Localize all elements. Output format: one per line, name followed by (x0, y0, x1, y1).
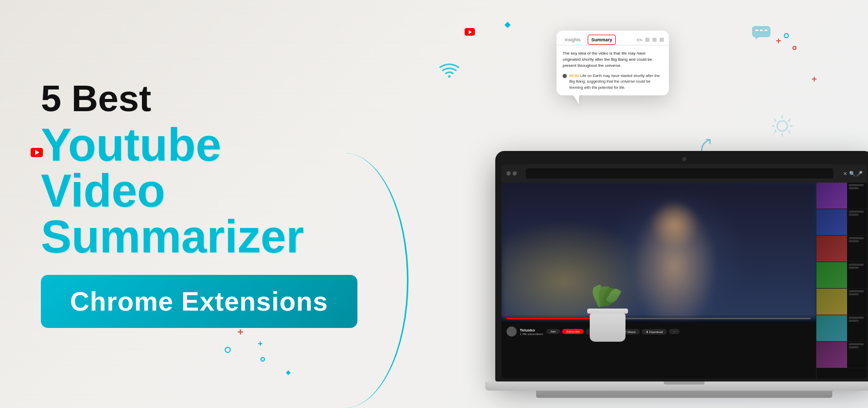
sidebar-video-5[interactable] (816, 289, 867, 315)
sidebar-meta-line-1 (849, 187, 859, 189)
right-panel: Insights Summary EN The key idea of the … (378, 0, 868, 408)
bubble-tab-icons: EN (637, 38, 664, 42)
laptop: ✕ 🔍 🎤 (485, 151, 868, 398)
plant-leaves (590, 270, 625, 309)
sidebar-video-3[interactable] (816, 236, 867, 262)
yt-more-btn[interactable]: ··· (669, 329, 680, 334)
bubble-tabs: Insights Summary EN (557, 31, 669, 45)
sidebar-thumb-info-6 (847, 315, 867, 341)
laptop-screen: ✕ 🔍 🎤 (501, 164, 867, 378)
yt-channel-row: Telusko 1.4M subscribers Join Subscribe … (507, 326, 811, 337)
chrome-badge-text: Chrome Extensions (70, 286, 328, 317)
plant-pot (590, 314, 625, 342)
yt-mic-icon: 🎤 (857, 171, 862, 176)
sidebar-video-7[interactable] (816, 342, 867, 368)
laptop-base (485, 381, 868, 391)
timestamp-text: 00:00 Life on Earth may have started sho… (569, 73, 663, 90)
yt-dot-2 (513, 171, 517, 175)
timestamp-body: Life on Earth may have started shortly a… (569, 73, 660, 90)
yt-download-btn[interactable]: ⬇ Download (642, 329, 667, 335)
sidebar-meta-line-6 (849, 320, 859, 322)
bubble-share-icon (645, 38, 649, 42)
hero-line2: Youtube Video (41, 122, 357, 214)
sidebar-thumb-5 (816, 289, 847, 315)
bubble-content: The key idea of the video is that life m… (557, 45, 669, 95)
hero-line3: Summarizer (41, 214, 357, 260)
sidebar-video-4[interactable] (816, 262, 867, 289)
summary-tab[interactable]: Summary (588, 35, 616, 45)
yt-body: Telusko 1.4M subscribers Join Subscribe … (501, 183, 867, 378)
sidebar-meta-line-4 (849, 267, 859, 269)
yt-subscriber-count: 1.4M subscribers (520, 333, 543, 336)
video-thumbnail (501, 183, 816, 323)
laptop-screen-outer: ✕ 🔍 🎤 (495, 151, 868, 381)
plant-decoration (587, 309, 628, 342)
yt-header: ✕ 🔍 🎤 (501, 164, 867, 183)
laptop-camera (682, 157, 686, 161)
bubble-menu-icon (660, 38, 664, 42)
bubble-timestamp: 00:00 Life on Earth may have started sho… (563, 73, 663, 90)
yt-dot-1 (507, 171, 511, 175)
sidebar-meta-line-5 (849, 293, 859, 295)
yt-close-icon: ✕ (842, 171, 848, 176)
yt-channel-avatar (507, 326, 517, 337)
plant-pot-rim (587, 309, 628, 314)
yt-search-bar (526, 168, 833, 178)
sidebar-thumb-2 (816, 209, 847, 235)
sidebar-thumb-info-5 (847, 289, 867, 315)
speech-tail (572, 93, 579, 105)
sidebar-thumb-info-3 (847, 236, 867, 262)
chrome-badge: Chrome Extensions (41, 275, 357, 328)
yt-subscribe-btn[interactable]: Subscribe (562, 329, 584, 334)
hero-text-panel: 5 Best Youtube Video Summarizer Chrome E… (0, 0, 388, 408)
sidebar-title-line-4 (849, 264, 864, 266)
lang-indicator: EN (637, 38, 642, 42)
sidebar-thumb-6 (816, 315, 847, 341)
sidebar-meta-line-2 (849, 214, 859, 216)
youtube-interface: ✕ 🔍 🎤 (501, 164, 867, 378)
bubble-link-icon (653, 38, 657, 42)
yt-channel-name: Telusko (520, 328, 543, 333)
sidebar-thumb-info-4 (847, 262, 867, 288)
sidebar-thumb-info-2 (847, 209, 867, 235)
sidebar-title-line-3 (849, 237, 864, 239)
yt-video-controls (501, 315, 816, 323)
yt-sidebar (816, 183, 867, 378)
yt-header-actions: ✕ 🔍 🎤 (842, 171, 862, 176)
timestamp-dot (563, 74, 567, 78)
sidebar-title-line-5 (849, 290, 864, 292)
yt-bottom-bar: Telusko 1.4M subscribers Join Subscribe … (501, 323, 816, 378)
sidebar-meta-line-3 (849, 240, 859, 242)
laptop-notch (664, 381, 705, 385)
sidebar-title-line-7 (849, 343, 864, 345)
yt-join-btn[interactable]: Join (546, 329, 560, 334)
laptop-stand (536, 391, 832, 398)
sidebar-thumb-7 (816, 342, 847, 368)
yt-header-dots (507, 171, 517, 175)
sidebar-video-2[interactable] (816, 209, 867, 236)
sidebar-video-6[interactable] (816, 315, 867, 342)
timestamp-time: 00:00 (569, 73, 579, 78)
bubble-summary-text: The key idea of the video is that life m… (563, 50, 663, 69)
sidebar-thumb-4 (816, 262, 847, 288)
sidebar-meta-line-7 (849, 346, 859, 348)
insights-tab[interactable]: Insights (562, 35, 584, 44)
sidebar-thumb-info-1 (847, 183, 867, 209)
sidebar-title-line-2 (849, 211, 864, 213)
yt-video-area (501, 183, 816, 323)
sidebar-title-line-1 (849, 184, 864, 186)
summary-popup: Insights Summary EN The key idea of the … (557, 31, 669, 95)
sidebar-thumb-info-7 (847, 342, 867, 368)
sidebar-video-1[interactable] (816, 183, 867, 209)
sidebar-thumb-3 (816, 236, 847, 262)
hero-line1: 5 Best (41, 80, 357, 117)
progress-bar (507, 318, 811, 319)
yt-channel-info: Telusko 1.4M subscribers (520, 328, 543, 336)
yt-main-content: Telusko 1.4M subscribers Join Subscribe … (501, 183, 816, 378)
yt-search-icon: 🔍 (850, 171, 855, 176)
sidebar-thumb-1 (816, 183, 847, 209)
sidebar-title-line-6 (849, 317, 864, 319)
